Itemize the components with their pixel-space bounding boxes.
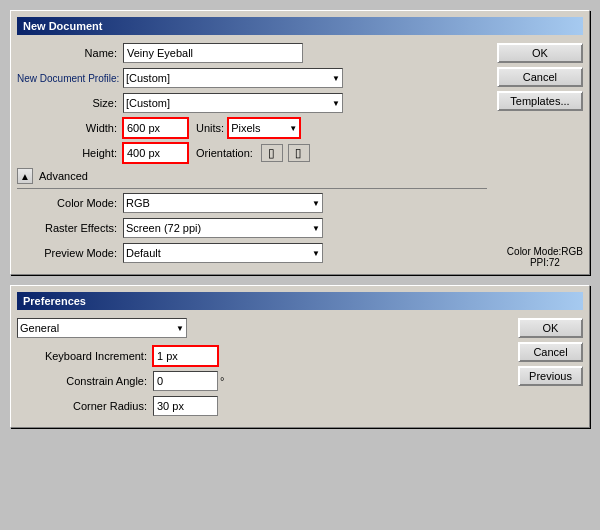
constrain-angle-input[interactable] [153,371,218,391]
size-label: Size: [17,97,117,109]
color-mode-label: Color Mode: [17,197,117,209]
new-document-dialog: New Document Name: New Document Profile:… [10,10,590,275]
height-label: Height: [17,147,117,159]
advanced-label: Advanced [39,170,88,182]
constrain-angle-label: Constrain Angle: [17,375,147,387]
new-document-title: New Document [17,17,583,35]
previous-button[interactable]: Previous [518,366,583,386]
preferences-category-select[interactable]: General Selection & Anchor Display Type … [17,318,187,338]
templates-button[interactable]: Templates... [497,91,583,111]
orientation-label: Orientation: [196,147,253,159]
preview-mode-select[interactable]: Default Pixel Overprint [123,243,323,263]
pref-cancel-button[interactable]: Cancel [518,342,583,362]
keyboard-increment-input[interactable] [153,346,218,366]
new-doc-cancel-button[interactable]: Cancel [497,67,583,87]
preferences-dialog: Preferences General Selection & Anchor D… [10,285,590,428]
preview-mode-label: Preview Mode: [17,247,117,259]
units-select[interactable]: Pixels Inches Centimeters Millimeters Po… [228,118,300,138]
profile-label: New Document Profile: [17,73,117,84]
keyboard-increment-label: Keyboard Increment: [17,350,147,362]
size-select[interactable]: [Custom] [123,93,343,113]
width-label: Width: [17,122,117,134]
preferences-title: Preferences [17,292,583,310]
degree-symbol: ° [220,375,224,387]
name-input[interactable] [123,43,303,63]
pref-ok-button[interactable]: OK [518,318,583,338]
units-label: Units: [196,122,224,134]
name-label: Name: [17,47,117,59]
corner-radius-label: Corner Radius: [17,400,147,412]
landscape-button[interactable]: ▭ [288,144,310,162]
width-input[interactable] [123,118,188,138]
color-mode-select[interactable]: RGB CMYK Grayscale [123,193,323,213]
color-mode-info: Color Mode:RGB PPI:72 [507,246,583,268]
height-input[interactable] [123,143,188,163]
profile-select[interactable]: [Custom] [123,68,343,88]
raster-effects-select[interactable]: Screen (72 ppi) Medium (150 ppi) High (3… [123,218,323,238]
portrait-button[interactable]: ▯ [261,144,283,162]
advanced-collapse-button[interactable]: ▲ [17,168,33,184]
chevron-up-icon: ▲ [20,171,30,182]
raster-effects-label: Raster Effects: [17,222,117,234]
corner-radius-input[interactable] [153,396,218,416]
new-doc-ok-button[interactable]: OK [497,43,583,63]
